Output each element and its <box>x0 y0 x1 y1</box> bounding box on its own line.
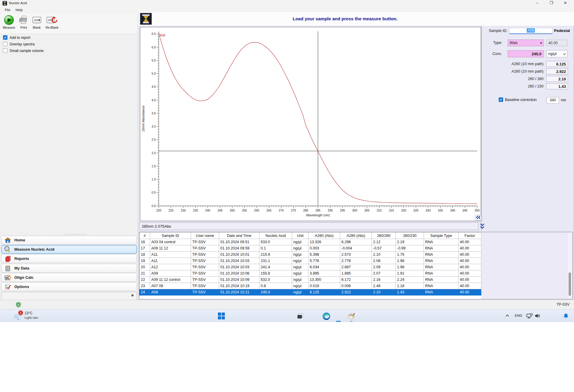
baseline-correction-checkbox[interactable]: Baseline correction <box>499 97 537 102</box>
table-header-cell[interactable]: Date and Time <box>219 232 259 239</box>
double-chevron-right-icon: »▾ <box>131 292 134 297</box>
table-header-cell[interactable]: Factor <box>459 232 481 239</box>
report-notebook-icon <box>4 255 11 262</box>
paint-icon[interactable] <box>347 312 355 320</box>
table-header-cell[interactable]: Unit <box>292 232 309 239</box>
table-cell: 40.00 <box>459 270 481 277</box>
a280-label: A280 (10 mm path) <box>493 69 544 74</box>
svg-text:0.5: 0.5 <box>152 191 156 194</box>
unit-select[interactable]: ng/µl <box>546 50 567 57</box>
table-row[interactable]: 18A11TP-SSV01.10.2024 10:01215.9ng/µl5.3… <box>140 252 481 258</box>
spectrum-chart[interactable]: 2202252302352402452502552602652702752802… <box>140 27 481 221</box>
maximize-button[interactable]: ❐ <box>545 0 558 7</box>
baseline-wavelength-input[interactable]: 340 <box>546 97 559 104</box>
table-header-cell[interactable]: A260 (Abs) <box>309 232 340 239</box>
minimize-button[interactable]: – <box>531 0 544 7</box>
status-user: TP-SSV <box>552 302 570 307</box>
reblank-button[interactable]: Re-Blank <box>44 15 60 29</box>
table-header-cell[interactable]: Nucleic Acid <box>259 232 292 239</box>
table-row[interactable]: 22A09 11 12 controlTP-SSV01.10.2024 10:0… <box>140 277 481 283</box>
table-cell: 0.008 <box>340 283 372 289</box>
table-header-cell[interactable]: Sample ID <box>150 232 191 239</box>
type-select[interactable]: RNA <box>508 39 544 46</box>
weather-widget[interactable]: 1 13°C Light rain <box>13 311 60 321</box>
scrollbar-thumb[interactable] <box>569 272 571 296</box>
table-cell: 2.12 <box>372 239 396 245</box>
table-scrollbar[interactable] <box>568 232 572 299</box>
edge-icon[interactable] <box>322 312 330 320</box>
tray-chevron-up-icon[interactable] <box>505 314 509 318</box>
sidebar-item-options[interactable]: Options <box>1 282 137 291</box>
table-row[interactable]: 23A07 08TP-SSV01.10.2024 10:190.8ng/µl0.… <box>140 283 481 289</box>
sample-id-input[interactable]: A08 <box>509 28 552 34</box>
collapse-readout-button[interactable] <box>479 223 485 230</box>
table-header-cell[interactable]: Sample Type <box>424 232 459 239</box>
table-cell: A12 <box>150 264 191 270</box>
table-row[interactable]: 17A09 11 12TP-SSV01.10.2024 09:590.1ng/µ… <box>140 245 481 252</box>
table-cell: TP-SSV <box>191 239 219 245</box>
table-cell: 40.00 <box>459 277 481 283</box>
svg-text:4.5: 4.5 <box>152 85 156 88</box>
table-cell: 01.10.2024 10:21 <box>219 289 259 295</box>
message-bar: Load your sample and press the measure b… <box>138 12 574 26</box>
table-header-cell[interactable]: 260/230 <box>396 232 424 239</box>
sidebar-item-measure-nucleic-acid[interactable]: Measure Nucleic Acid <box>1 245 137 254</box>
print-button[interactable]: Print <box>18 15 29 29</box>
table-cell: 241.4 <box>259 264 292 270</box>
table-cell: -0.004 <box>340 245 372 252</box>
ratio-260-230-label: 260 / 230 <box>493 84 544 88</box>
table-cell: 533.0 <box>259 239 292 245</box>
checkbox-small-sample-volume[interactable]: Small sample volume <box>3 48 44 53</box>
table-header-cell[interactable]: 260/280 <box>372 232 396 239</box>
curve-label: A08 <box>160 33 165 37</box>
close-button[interactable]: ✕ <box>559 0 572 7</box>
task-view-button[interactable] <box>297 313 304 320</box>
menu-file[interactable]: File <box>4 8 12 12</box>
table-header-row: #Sample IDUser nameDate and TimeNucleic … <box>140 232 481 239</box>
blank-button[interactable]: Blank <box>31 15 42 29</box>
table-cell: 2.08 <box>372 258 396 264</box>
measure-button[interactable]: Measure <box>2 15 16 29</box>
conc-field[interactable]: 245.0 <box>508 50 544 57</box>
svg-text:5.5: 5.5 <box>152 59 156 62</box>
sidebar-item-my-data[interactable]: My Data <box>1 264 137 272</box>
svg-text:275: 275 <box>291 209 296 212</box>
checkbox-overlay-spectra[interactable]: Overlay spectra <box>3 42 35 47</box>
table-header-cell[interactable]: User name <box>191 232 219 239</box>
table-cell: ng/µl <box>292 252 309 258</box>
checkbox-add-to-report[interactable]: Add to report <box>3 35 30 40</box>
svg-text:260: 260 <box>254 209 259 212</box>
options-checklist-icon <box>4 283 11 290</box>
table-row[interactable]: 19A11TP-SSV01.10.2024 10:03231.1ng/µl5.7… <box>140 258 481 264</box>
table-row[interactable]: 20A12TP-SSV01.10.2024 10:03241.4ng/µl6.0… <box>140 264 481 270</box>
svg-text:285: 285 <box>315 209 320 212</box>
sidebar-item-reports[interactable]: Reports <box>1 254 137 263</box>
table-row[interactable]: 21A09TP-SSV01.10.2024 10:06155.8ng/µl3.8… <box>140 270 481 277</box>
language-indicator[interactable]: ENG <box>515 314 522 317</box>
table-header-cell[interactable]: # <box>140 232 150 239</box>
table-cell: ng/µl <box>292 258 309 264</box>
table-cell: 40.00 <box>459 252 481 258</box>
table-cell: 40.00 <box>459 245 481 252</box>
splitter-handle[interactable] <box>63 234 86 235</box>
chevron-down-icon <box>563 53 566 55</box>
notification-bell-icon[interactable] <box>563 313 569 319</box>
reblank-icon <box>46 15 58 25</box>
table-cell: 0.003 <box>309 245 340 252</box>
sidebar-item-home[interactable]: Home <box>1 236 137 244</box>
menu-help[interactable]: Help <box>14 8 24 12</box>
volume-icon[interactable] <box>535 313 541 318</box>
table-cell: 6.298 <box>340 239 372 245</box>
svg-text:320: 320 <box>401 209 406 212</box>
start-button[interactable] <box>218 312 225 320</box>
table-row[interactable]: 24A08TP-SSV01.10.2024 10:21245.0ng/µl6.1… <box>140 289 481 295</box>
svg-text:2.0: 2.0 <box>152 151 156 155</box>
network-icon[interactable] <box>526 313 533 319</box>
table-header-cell[interactable]: A280 (Abs) <box>340 232 372 239</box>
a280-value: 2.922 <box>546 68 568 74</box>
sidebar-item-oligo-calc[interactable]: Oligo Calc <box>1 273 137 282</box>
table-row[interactable]: 16A03 04 controlTP-SSV01.10.2024 09:5153… <box>140 239 481 245</box>
table-cell: 13.300 <box>309 277 340 283</box>
table-cell: 16 <box>140 239 150 245</box>
sidebar-collapse-bar[interactable]: »▾ <box>1 292 137 300</box>
